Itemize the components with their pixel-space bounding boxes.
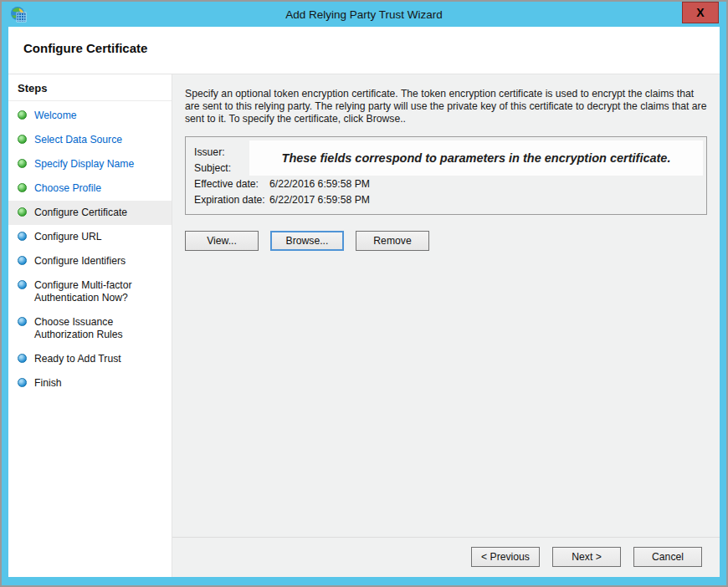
- dialog-surface: Configure Certificate Steps Welcome Sele…: [8, 27, 720, 577]
- cancel-button[interactable]: Cancel: [633, 547, 702, 567]
- sidebar-item-choose-profile[interactable]: Choose Profile: [8, 176, 172, 201]
- sidebar-item-configure-mfa[interactable]: Configure Multi-factor Authentication No…: [8, 273, 172, 310]
- sidebar-item-finish[interactable]: Finish: [8, 371, 172, 396]
- annotation-overlay: These fields correspond to parameters in…: [249, 140, 703, 176]
- certificate-details-box: Issuer: Subject: Effective date: 6/22/20…: [185, 136, 707, 215]
- sidebar-item-configure-identifiers[interactable]: Configure Identifiers: [8, 249, 172, 273]
- step-status-dot: [18, 280, 27, 289]
- wizard-footer: < Previous Next > Cancel: [172, 537, 720, 577]
- view-button[interactable]: View...: [185, 231, 259, 251]
- next-button[interactable]: Next >: [552, 547, 621, 567]
- cert-field-expiration-date: Expiration date: 6/22/2017 6:59:58 PM: [194, 193, 698, 207]
- wizard-window: Add Relying Party Trust Wizard X Configu…: [0, 0, 728, 587]
- close-icon: X: [696, 6, 704, 19]
- remove-button[interactable]: Remove: [356, 231, 429, 251]
- window-title: Add Relying Party Trust Wizard: [2, 8, 726, 21]
- adfs-app-icon: [10, 6, 27, 23]
- sidebar-item-configure-certificate[interactable]: Configure Certificate: [8, 201, 172, 225]
- sidebar-item-choose-issuance-rules[interactable]: Choose Issuance Authorization Rules: [8, 310, 172, 347]
- page-header: Configure Certificate: [8, 27, 720, 74]
- step-status-dot: [18, 159, 27, 168]
- steps-list: Welcome Select Data Source Specify Displ…: [8, 101, 172, 396]
- step-status-dot: [18, 135, 27, 144]
- step-status-dot: [18, 207, 27, 217]
- title-bar: Add Relying Party Trust Wizard X: [2, 2, 726, 27]
- page-title: Configure Certificate: [23, 41, 720, 55]
- annotation-text: These fields correspond to parameters in…: [282, 151, 671, 165]
- sidebar-item-welcome[interactable]: Welcome: [8, 104, 172, 128]
- step-status-dot: [18, 378, 27, 387]
- step-status-dot: [18, 354, 27, 363]
- close-button[interactable]: X: [682, 2, 719, 23]
- previous-button[interactable]: < Previous: [471, 547, 540, 567]
- sidebar-item-select-data-source[interactable]: Select Data Source: [8, 128, 172, 152]
- step-content: Specify an optional token encryption cer…: [172, 74, 720, 537]
- sidebar-item-configure-url[interactable]: Configure URL: [8, 225, 172, 249]
- steps-sidebar: Steps Welcome Select Data Source Specify…: [8, 74, 172, 577]
- step-status-dot: [18, 317, 27, 326]
- cert-field-effective-date: Effective date: 6/22/2016 6:59:58 PM: [194, 177, 698, 191]
- browse-button[interactable]: Browse...: [270, 231, 344, 251]
- step-status-dot: [18, 110, 27, 120]
- sidebar-item-ready-to-add-trust[interactable]: Ready to Add Trust: [8, 347, 172, 371]
- sidebar-item-specify-display-name[interactable]: Specify Display Name: [8, 152, 172, 176]
- step-description: Specify an optional token encryption cer…: [185, 88, 708, 125]
- step-status-dot: [18, 232, 27, 241]
- steps-heading: Steps: [8, 74, 172, 101]
- step-status-dot: [18, 256, 27, 265]
- certificate-actions: View... Browse... Remove: [185, 231, 708, 251]
- step-status-dot: [18, 183, 27, 192]
